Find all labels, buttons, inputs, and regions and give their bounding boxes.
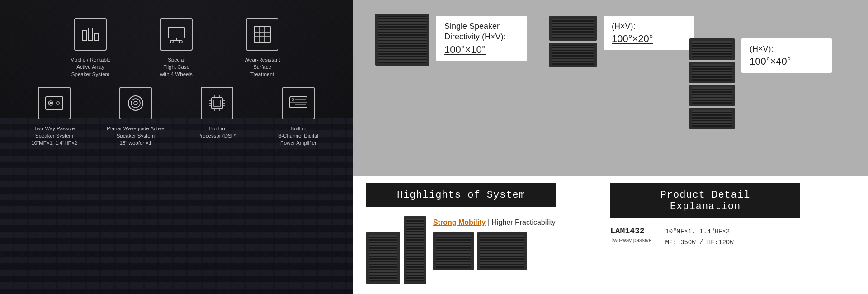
spec-line2: MF: 350W / HF:120W xyxy=(665,237,733,248)
stack-speaker-images xyxy=(689,38,735,129)
single-speaker-group: Single Speaker Directivity (H×V): 100°×1… xyxy=(375,14,527,66)
stack-speaker-label: (H×V): xyxy=(750,44,824,54)
circle-ring-icon xyxy=(119,87,152,119)
gray-area: Single Speaker Directivity (H×V): 100°×1… xyxy=(353,0,868,176)
stack-speaker-group: (H×V): 100°×40° xyxy=(689,36,832,129)
svg-point-6 xyxy=(170,40,173,43)
two-way-label: Two-Way Passive Speaker System 10"MF×1, … xyxy=(31,125,77,147)
rest-text: | Higher Practicability xyxy=(486,218,555,226)
monitor-icon xyxy=(160,18,193,51)
svg-rect-21 xyxy=(214,100,220,106)
single-speaker-title: Single Speaker Directivity (H×V): xyxy=(444,21,519,43)
icon-wear-resistant: Wear-Resistant Surface Treatment xyxy=(233,18,292,78)
stack-speaker-info: (H×V): 100°×40° xyxy=(741,38,832,73)
speaker-dots-icon xyxy=(38,87,71,119)
svg-point-18 xyxy=(131,99,140,108)
pair-speaker-images xyxy=(549,16,597,67)
spec-line1: 10"MF×1, 1.4"HF×2 xyxy=(665,227,733,237)
stack-speaker-3 xyxy=(689,85,735,106)
pair-speaker-group: (H×V): 100°×20° xyxy=(549,14,694,67)
stack-speaker-2 xyxy=(689,62,735,83)
svg-point-16 xyxy=(50,103,52,104)
stack-speaker-1 xyxy=(689,38,735,60)
stack-speaker-4 xyxy=(689,108,735,129)
svg-rect-20 xyxy=(212,98,222,109)
svg-rect-2 xyxy=(94,33,98,41)
svg-rect-8 xyxy=(254,26,270,43)
amplifier-label: Built-in 3-Channel Digital Power Amplifi… xyxy=(278,125,318,147)
spec-model: LAM1432 Two-way passive xyxy=(610,227,651,248)
icons-row-1: Moblie / Rentable Active Array Speaker S… xyxy=(9,18,344,78)
highlight-speaker-1 xyxy=(366,232,400,284)
grid-icon xyxy=(246,18,278,51)
product-detail-section: Product Detail Explanation LAM1432 Two-w… xyxy=(601,176,868,294)
left-panel: Moblie / Rentable Active Array Speaker S… xyxy=(0,0,353,294)
mobile-array-label: Moblie / Rentable Active Array Speaker S… xyxy=(70,56,111,78)
pair-speaker-label: (H×V): xyxy=(612,21,686,32)
icon-planar-waveguide: Planar Waveguide Active Speaker System 1… xyxy=(104,87,167,147)
stack-speaker-angle: 100°×40° xyxy=(750,56,824,67)
svg-rect-3 xyxy=(168,27,184,38)
highlights-section: Highlights of System Strong Mobility | H… xyxy=(353,176,601,294)
svg-point-36 xyxy=(292,99,294,100)
pair-speaker-top-image xyxy=(549,16,597,41)
highlights-text: Strong Mobility | Higher Practicability xyxy=(433,216,556,270)
highlight-speaker-3 xyxy=(433,232,474,270)
right-panel: Single Speaker Directivity (H×V): 100°×1… xyxy=(353,0,868,294)
flight-case-label: Special Flight Case with 4 Wheels xyxy=(160,56,193,78)
single-speaker-angle: 100°×10° xyxy=(444,44,519,56)
highlight-speaker-4 xyxy=(477,232,527,270)
model-type: Two-way passive xyxy=(610,237,651,243)
svg-point-19 xyxy=(134,101,137,105)
highlights-content: Strong Mobility | Higher Practicability xyxy=(366,216,592,284)
bar-chart-icon xyxy=(74,18,107,51)
accent-text: Strong Mobility xyxy=(433,218,486,226)
highlights-images xyxy=(366,216,426,284)
highlight-speaker-2 xyxy=(404,216,426,284)
svg-rect-0 xyxy=(83,31,86,41)
pair-speaker-bottom-image xyxy=(549,43,597,67)
svg-point-7 xyxy=(179,40,182,43)
bottom-area: Highlights of System Strong Mobility | H… xyxy=(353,176,868,294)
single-speaker-info: Single Speaker Directivity (H×V): 100°×1… xyxy=(436,16,527,61)
spec-values: 10"MF×1, 1.4"HF×2 MF: 350W / HF:120W xyxy=(665,227,733,248)
icon-mobile-array: Moblie / Rentable Active Array Speaker S… xyxy=(61,18,120,78)
spec-row: LAM1432 Two-way passive 10"MF×1, 1.4"HF×… xyxy=(610,227,859,248)
svg-rect-1 xyxy=(89,28,92,41)
icon-amplifier: Built-in 3-Channel Digital Power Amplifi… xyxy=(267,87,330,147)
product-detail-banner: Product Detail Explanation xyxy=(610,183,800,218)
left-content: Moblie / Rentable Active Array Speaker S… xyxy=(0,0,353,294)
highlights-images-row2 xyxy=(433,232,556,270)
cpu-icon xyxy=(201,87,233,119)
svg-point-17 xyxy=(128,96,143,110)
monitor-line-icon xyxy=(282,87,315,119)
icons-row-2: Two-Way Passive Speaker System 10"MF×1, … xyxy=(9,87,344,147)
highlights-subheading: Strong Mobility | Higher Practicability xyxy=(433,218,556,227)
model-name: LAM1432 xyxy=(610,227,651,236)
planar-waveguide-label: Planar Waveguide Active Speaker System 1… xyxy=(107,125,164,147)
icon-flight-case: Special Flight Case with 4 Wheels xyxy=(147,18,206,78)
highlights-banner: Highlights of System xyxy=(366,183,556,207)
icon-processor: Built-in Processor (DSP) xyxy=(185,87,249,147)
wear-resistant-label: Wear-Resistant Surface Treatment xyxy=(244,56,280,78)
single-speaker-image xyxy=(375,14,429,66)
svg-point-15 xyxy=(57,102,59,104)
icon-two-way: Two-Way Passive Speaker System 10"MF×1, … xyxy=(23,87,86,147)
main-container: Moblie / Rentable Active Array Speaker S… xyxy=(0,0,868,294)
pair-speaker-angle: 100°×20° xyxy=(612,33,686,45)
pair-speaker-info: (H×V): 100°×20° xyxy=(604,16,694,50)
processor-label: Built-in Processor (DSP) xyxy=(198,125,236,139)
